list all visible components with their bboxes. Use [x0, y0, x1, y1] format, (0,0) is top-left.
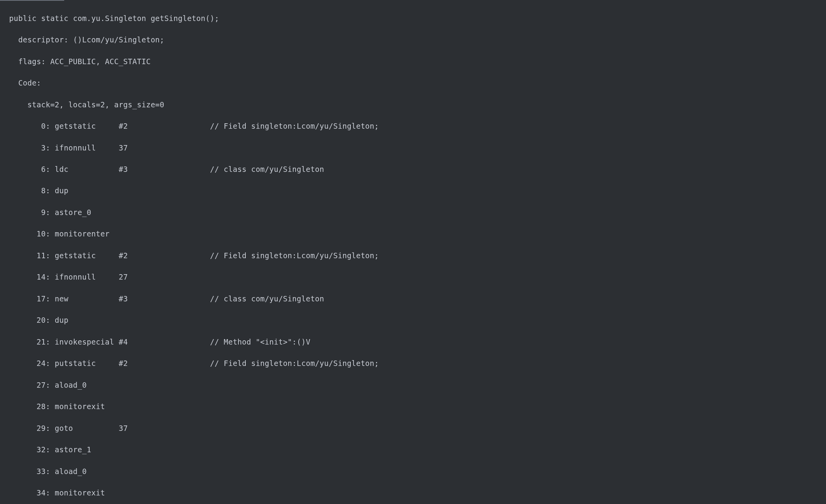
- bytecode-instruction: 34: monitorexit: [0, 488, 826, 499]
- bytecode-instruction: 10: monitorenter: [0, 229, 826, 240]
- bytecode-instruction: 3: ifnonnull 37: [0, 143, 826, 154]
- bytecode-instruction: 11: getstatic #2 // Field singleton:Lcom…: [0, 250, 826, 261]
- method-signature: public static com.yu.Singleton getSingle…: [0, 13, 826, 24]
- bytecode-viewer: public static com.yu.Singleton getSingle…: [0, 0, 826, 504]
- bytecode-instruction: 24: putstatic #2 // Field singleton:Lcom…: [0, 358, 826, 369]
- bytecode-instruction: 17: new #3 // class com/yu/Singleton: [0, 294, 826, 304]
- bytecode-instruction: 14: ifnonnull 27: [0, 272, 826, 283]
- tab-indicator: [0, 0, 64, 1]
- bytecode-instruction: 33: aload_0: [0, 466, 826, 477]
- bytecode-instruction: 20: dup: [0, 315, 826, 326]
- stack-info: stack=2, locals=2, args_size=0: [0, 100, 826, 110]
- bytecode-instruction: 28: monitorexit: [0, 401, 826, 412]
- bytecode-instruction: 6: ldc #3 // class com/yu/Singleton: [0, 164, 826, 175]
- flags-line: flags: ACC_PUBLIC, ACC_STATIC: [0, 56, 826, 67]
- descriptor-line: descriptor: ()Lcom/yu/Singleton;: [0, 35, 826, 46]
- bytecode-instruction: 32: astore_1: [0, 444, 826, 455]
- bytecode-instruction: 29: goto 37: [0, 423, 826, 434]
- bytecode-instruction: 8: dup: [0, 186, 826, 196]
- code-label: Code:: [0, 78, 826, 89]
- bytecode-instruction: 27: aload_0: [0, 380, 826, 391]
- bytecode-instruction: 0: getstatic #2 // Field singleton:Lcom/…: [0, 121, 826, 132]
- bytecode-instruction: 21: invokespecial #4 // Method "<init>":…: [0, 337, 826, 348]
- bytecode-instruction: 9: astore_0: [0, 207, 826, 218]
